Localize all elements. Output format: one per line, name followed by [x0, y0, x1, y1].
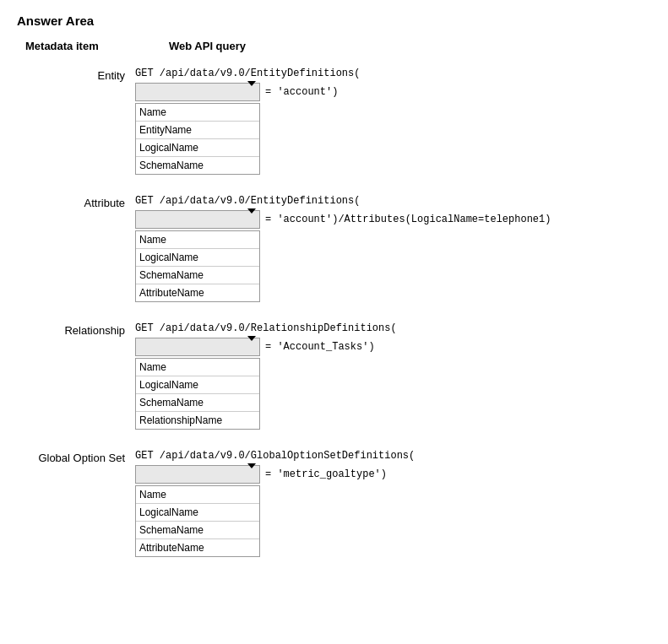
dropdown-list-item-0-1[interactable]: EntityName [136, 122, 259, 139]
section-global-option-set: Global Option SetGET /api/data/v9.0/Glob… [17, 450, 651, 557]
dropdown-list-item-1-1[interactable]: LogicalName [136, 249, 259, 267]
answer-area-title: Answer Area [17, 14, 651, 28]
dropdown-list-item-1-3[interactable]: AttributeName [136, 284, 259, 301]
equals-text-2: = 'Account_Tasks') [265, 341, 375, 353]
dropdown-list-item-0-0[interactable]: Name [136, 104, 259, 122]
dropdown-list-item-3-1[interactable]: LogicalName [136, 504, 259, 522]
query-line-2: GET /api/data/v9.0/RelationshipDefinitio… [135, 322, 651, 334]
section-label-0: Entity [17, 68, 135, 82]
query-line-3: GET /api/data/v9.0/GlobalOptionSetDefini… [135, 450, 651, 462]
header-metadata: Metadata item [25, 40, 144, 52]
section-content-1: GET /api/data/v9.0/EntityDefinitions(= '… [135, 195, 651, 302]
dropdown-list-item-1-2[interactable]: SchemaName [136, 267, 259, 284]
section-label-1: Attribute [17, 195, 135, 209]
dropdown-list-item-3-3[interactable]: AttributeName [136, 539, 259, 556]
section-content-0: GET /api/data/v9.0/EntityDefinitions(= '… [135, 68, 651, 175]
dropdown-arrow-icon-1 [247, 208, 256, 226]
dropdown-row-3: = 'metric_goaltype') [135, 465, 651, 484]
dropdown-row-2: = 'Account_Tasks') [135, 338, 651, 356]
dropdown-list-item-2-0[interactable]: Name [136, 359, 259, 376]
section-entity: EntityGET /api/data/v9.0/EntityDefinitio… [17, 68, 651, 175]
dropdown-list-item-1-0[interactable]: Name [136, 231, 259, 249]
dropdown-list-item-0-3[interactable]: SchemaName [136, 157, 259, 174]
dropdown-list-item-2-1[interactable]: LogicalName [136, 376, 259, 394]
equals-text-0: = 'account') [265, 86, 338, 98]
dropdown-list-1: NameLogicalNameSchemaNameAttributeName [135, 230, 260, 302]
dropdown-list-0: NameEntityNameLogicalNameSchemaName [135, 103, 260, 175]
section-content-2: GET /api/data/v9.0/RelationshipDefinitio… [135, 322, 651, 430]
dropdown-list-3: NameLogicalNameSchemaNameAttributeName [135, 485, 260, 557]
section-content-3: GET /api/data/v9.0/GlobalOptionSetDefini… [135, 450, 651, 557]
chevron-down-icon-2 [244, 341, 256, 354]
dropdown-list-item-3-0[interactable]: Name [136, 486, 259, 504]
dropdown-list-item-3-2[interactable]: SchemaName [136, 522, 259, 539]
dropdown-arrow-icon-3 [247, 463, 256, 481]
dropdown-row-1: = 'account')/Attributes(LogicalName=tele… [135, 210, 651, 229]
section-label-2: Relationship [17, 322, 135, 337]
section-attribute: AttributeGET /api/data/v9.0/EntityDefini… [17, 195, 651, 302]
dropdown-list-item-2-2[interactable]: SchemaName [136, 394, 259, 412]
section-label-3: Global Option Set [17, 450, 135, 464]
query-line-0: GET /api/data/v9.0/EntityDefinitions( [135, 68, 651, 79]
dropdown-3[interactable] [135, 465, 260, 484]
dropdown-1[interactable] [135, 210, 260, 229]
dropdown-list-item-2-3[interactable]: RelationshipName [136, 412, 259, 429]
header-webapi: Web API query [169, 40, 246, 52]
dropdown-row-0: = 'account') [135, 83, 651, 101]
query-line-1: GET /api/data/v9.0/EntityDefinitions( [135, 195, 651, 207]
equals-text-3: = 'metric_goaltype') [265, 468, 387, 480]
section-relationship: RelationshipGET /api/data/v9.0/Relations… [17, 322, 651, 430]
chevron-down-icon-3 [244, 468, 256, 481]
dropdown-arrow-icon-2 [247, 336, 256, 354]
dropdown-2[interactable] [135, 338, 260, 356]
dropdown-list-2: NameLogicalNameSchemaNameRelationshipNam… [135, 358, 260, 430]
dropdown-arrow-icon-0 [247, 81, 256, 99]
chevron-down-icon-0 [244, 86, 256, 99]
dropdown-0[interactable] [135, 83, 260, 101]
chevron-down-icon-1 [244, 214, 256, 226]
dropdown-list-item-0-2[interactable]: LogicalName [136, 139, 259, 157]
equals-text-1: = 'account')/Attributes(LogicalName=tele… [265, 214, 551, 225]
